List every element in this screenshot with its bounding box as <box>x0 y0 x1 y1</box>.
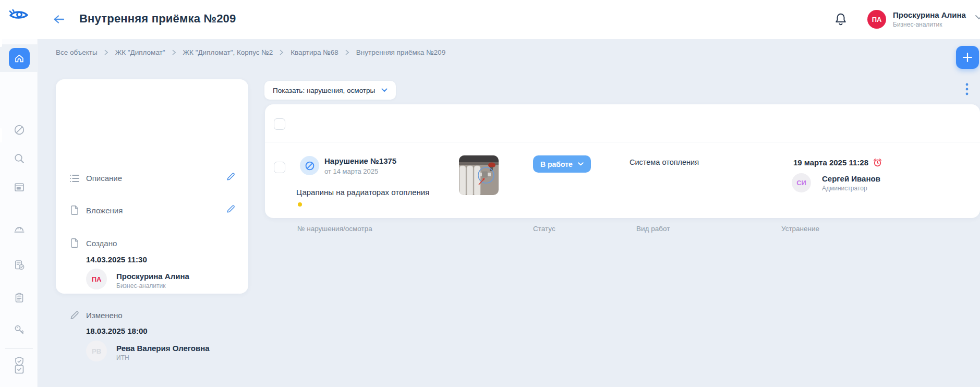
chevron-right-icon <box>104 50 108 55</box>
created-date: 14.03.2025 11:30 <box>86 255 147 264</box>
column-header-number: № нарушения/осмотра <box>297 225 372 233</box>
sidebar-item-home[interactable] <box>9 48 30 69</box>
modified-label: Изменено <box>86 311 123 320</box>
pencil-icon <box>69 310 80 320</box>
file-icon <box>69 238 80 248</box>
created-label: Создано <box>86 239 117 248</box>
column-header-worktype: Вид работ <box>636 225 670 233</box>
modified-by-name: Рева Валерия Олеговна <box>116 344 210 353</box>
chevron-right-icon <box>345 50 349 55</box>
info-card: Описание Вложения Создано 14.03.2025 11:… <box>56 79 248 294</box>
status-label: В работе <box>540 160 573 168</box>
file-icon <box>69 205 80 215</box>
breadcrumb-item-current: Внутренняя приёмка №209 <box>356 49 445 56</box>
assignee-role: Администратор <box>822 185 867 192</box>
sidebar-item-construction[interactable] <box>13 223 26 236</box>
violations-table: № нарушения/осмотра Статус Вид работ Уст… <box>265 104 980 218</box>
breadcrumb-item[interactable]: ЖК "Дипломат" <box>115 49 165 56</box>
breadcrumb: Все объекты ЖК "Дипломат" ЖК "Дипломат",… <box>56 49 445 56</box>
more-options-button[interactable] <box>963 82 971 98</box>
edit-attachments-pencil-icon[interactable] <box>226 204 236 214</box>
edge-artifact <box>0 128 2 142</box>
chevron-right-icon <box>172 50 176 55</box>
sidebar-item-tasks[interactable] <box>13 363 26 376</box>
show-filter-dropdown[interactable]: Показать: нарушения, осмотры <box>264 81 396 100</box>
breadcrumb-item[interactable]: Все объекты <box>56 49 98 56</box>
chevron-down-icon <box>381 88 388 92</box>
resolution-date: 19 марта 2025 11:28 <box>793 158 882 167</box>
violation-date: от 14 марта 2025 <box>324 167 378 175</box>
notifications-bell-icon[interactable] <box>833 11 848 27</box>
column-header-resolution: Устранение <box>781 225 819 233</box>
modified-by-role: ИТН <box>116 354 129 361</box>
sidebar <box>0 39 38 387</box>
edit-description-pencil-icon[interactable] <box>226 172 236 182</box>
description-label: Описание <box>86 174 122 183</box>
sidebar-item-report-check[interactable] <box>13 259 26 271</box>
row-checkbox[interactable] <box>274 162 285 173</box>
sidebar-item-violations[interactable] <box>13 124 26 136</box>
created-by-role: Бизнес-аналитик <box>116 282 166 289</box>
sidebar-item-search[interactable] <box>13 152 26 165</box>
assignee-name: Сергей Иванов <box>822 174 880 183</box>
top-bar: Внутренняя приёмка №209 ПА Проскурина Ал… <box>0 0 980 39</box>
violation-title[interactable]: Нарушение №1375 <box>324 156 396 165</box>
column-header-status: Статус <box>533 225 555 233</box>
kebab-menu-icon <box>965 82 969 97</box>
list-icon <box>69 173 80 184</box>
work-type-value: Система отопления <box>630 158 699 166</box>
user-name: Проскурина Алина <box>893 10 966 19</box>
sidebar-item-clipboard[interactable] <box>13 292 26 304</box>
edge-artifact <box>0 7 2 12</box>
add-button[interactable] <box>956 46 979 69</box>
user-role: Бизнес-аналитик <box>893 21 942 28</box>
page-title: Внутренняя приёмка №209 <box>79 12 236 26</box>
violation-photo-thumbnail[interactable] <box>459 155 499 195</box>
attachments-label: Вложения <box>86 206 123 215</box>
modified-by-avatar: РВ <box>86 341 107 361</box>
select-all-checkbox[interactable] <box>274 118 285 130</box>
chevron-right-icon <box>280 50 284 55</box>
sidebar-divider <box>5 348 33 349</box>
modified-date: 18.03.2025 18:00 <box>86 326 148 335</box>
created-by-avatar: ПА <box>86 269 107 289</box>
violation-type-icon <box>300 156 319 175</box>
alarm-clock-icon <box>873 158 882 167</box>
user-avatar[interactable]: ПА <box>867 10 886 29</box>
sidebar-item-panel[interactable] <box>13 181 26 194</box>
edge-artifact <box>0 31 2 47</box>
table-header-divider <box>265 142 980 142</box>
assignee-avatar: СИ <box>792 173 811 192</box>
chevron-down-icon <box>578 162 584 166</box>
sidebar-item-keys[interactable] <box>13 323 26 336</box>
plus-icon <box>962 52 973 63</box>
home-icon <box>14 53 25 64</box>
status-dropdown-button[interactable]: В работе <box>533 155 591 173</box>
filter-label: Показать: нарушения, осмотры <box>273 87 375 94</box>
status-dot-yellow <box>298 202 302 207</box>
created-by-name: Проскурина Алина <box>116 272 189 281</box>
breadcrumb-item[interactable]: Квартира №68 <box>291 49 338 56</box>
app-logo-eye-icon[interactable] <box>8 8 29 21</box>
violation-description: Царапины на радиаторах отопления <box>296 188 429 197</box>
user-menu-chevron-icon[interactable] <box>975 14 980 21</box>
breadcrumb-item[interactable]: ЖК "Дипломат", Корпус №2 <box>183 49 273 56</box>
back-button[interactable] <box>52 12 68 27</box>
